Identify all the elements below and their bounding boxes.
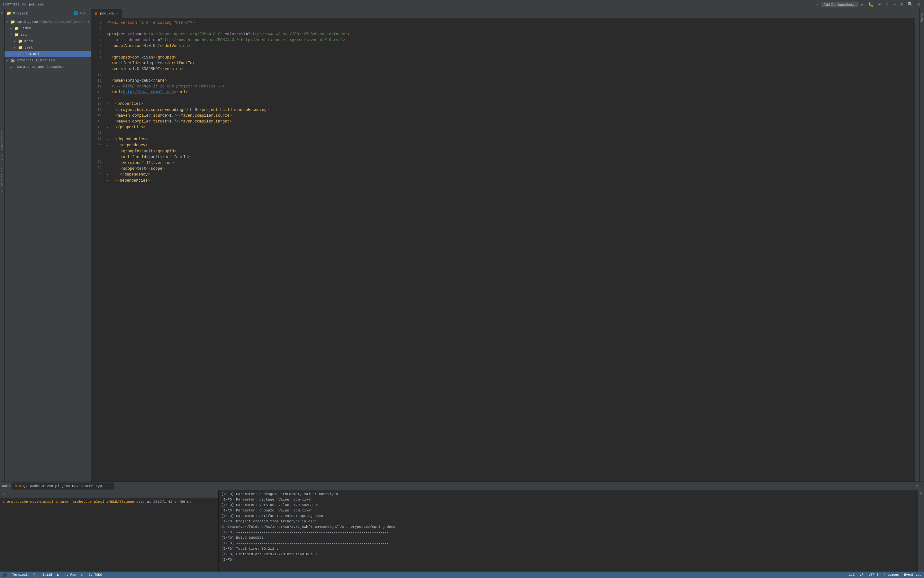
event-log-label[interactable]: Event Log xyxy=(904,573,921,577)
code-line-16: <project.build.sourceEncoding>UTF-8</pro… xyxy=(107,107,913,113)
code-line-3: <project xmlns="http://maven.apache.org/… xyxy=(107,31,913,37)
sidebar-icons: P xyxy=(0,9,5,482)
left-tab-structure[interactable]: 2: Structure xyxy=(0,165,5,195)
tree-path-springdemo: ~/go/src/example/java/springdemo xyxy=(39,20,91,24)
title-bar-left: 1437*899 mo pom.xml xyxy=(3,3,44,6)
sidebar-icon-project[interactable]: P xyxy=(0,10,5,17)
project-header: 📁 Project 🌐 ⊕ ⚙ — xyxy=(5,9,91,18)
soft-wrap-icon[interactable]: ≡ xyxy=(920,492,922,496)
code-line-12: <!-- FIXME change it to the project's we… xyxy=(107,84,913,89)
code-content[interactable]: <?xml version="1.0" encoding="UTF-8"?> <… xyxy=(104,18,915,482)
line-numbers: 12345 678910 1112131415 1617181920 21222… xyxy=(91,18,104,482)
tree-item-src[interactable]: ▼ 📁 src xyxy=(5,31,91,38)
search-everywhere-icon[interactable]: 🔍 xyxy=(906,1,914,8)
folder-icon-src: 📁 xyxy=(14,32,19,37)
tree-item-main[interactable]: ▶ 📁 main xyxy=(5,38,91,44)
code-line-27: ▾ </dependency> xyxy=(107,172,913,178)
tree-label-scratches: Scratches and Consoles xyxy=(17,65,63,69)
code-line-18: <maven.compiler.target>1.7</maven.compil… xyxy=(107,119,913,124)
tab-maven-icon: 🗎 xyxy=(94,11,98,16)
tree-label-idea: .idea xyxy=(21,26,31,30)
title-bar: 1437*899 mo pom.xml ✓ Add Configuration.… xyxy=(0,0,924,9)
editor-scrollbar[interactable] xyxy=(915,18,919,482)
settings-tree-icon[interactable]: ⚙ xyxy=(83,11,86,16)
tab-close-button[interactable]: ✕ xyxy=(117,11,119,15)
run-log-content: ⚠ org.apache.maven.plugins:maven-archety… xyxy=(0,498,218,572)
debug-icon[interactable]: 🐛 xyxy=(867,1,875,8)
folder-icon: 📁 xyxy=(6,11,11,16)
scope-icon[interactable]: ⊕ xyxy=(80,11,82,16)
indent-label[interactable]: 4 spaces xyxy=(883,573,899,577)
run-icon[interactable]: ▶ xyxy=(860,1,865,8)
bottom-minimize-icon[interactable]: — xyxy=(920,484,922,488)
code-line-23: <groupId>junit</groupId> xyxy=(107,149,913,154)
terminal-label[interactable]: Terminal xyxy=(12,573,28,577)
tree-arrow-test: ▶ xyxy=(14,46,18,50)
right-panel-icons: Maven xyxy=(919,9,924,482)
add-configuration-button[interactable]: Add Configuration... xyxy=(821,2,858,7)
code-line-20 xyxy=(107,130,913,136)
console-line-3: [INFO] Parameter: version, Value: 1.0-SN… xyxy=(221,502,915,508)
globe-icon[interactable]: 🌐 xyxy=(73,11,78,16)
run-status-label[interactable]: 4: Run xyxy=(65,573,76,577)
code-line-1: <?xml version="1.0" encoding="UTF-8"?> xyxy=(107,20,913,26)
run-restart-icon[interactable]: ↺ xyxy=(3,492,5,496)
encoding-label[interactable]: UTF-8 xyxy=(869,573,879,577)
project-tree: ▼ 📁 springdemo ~/go/src/example/java/spr… xyxy=(5,18,91,482)
terminal-icon[interactable]: ⬛ xyxy=(3,573,7,577)
build-status-icon[interactable]: 🔨 xyxy=(33,573,37,577)
tree-label-test: test xyxy=(24,45,33,50)
console-line-13: [INFO] ---------------------------------… xyxy=(221,557,915,563)
todo-label[interactable]: 6: TODO xyxy=(88,573,102,577)
todo-icon[interactable]: ☑ xyxy=(81,573,84,577)
tree-label-pomxml: pom.xml xyxy=(24,52,39,56)
maven-panel-label[interactable]: Maven xyxy=(920,11,924,22)
build-icon[interactable]: ⚒ xyxy=(892,1,897,8)
bottom-tab-close-run[interactable]: ✕ xyxy=(110,484,112,488)
coverage-icon[interactable]: ⊙ xyxy=(877,1,882,8)
console-line-5: [INFO] Parameter: artifactId, Value: spr… xyxy=(221,513,915,519)
build-label[interactable]: Build xyxy=(42,573,52,577)
left-vertical-tabs: ★ 2: Favorites 2: Structure xyxy=(0,128,5,195)
tree-item-external-libraries[interactable]: ▶ 📚 External Libraries xyxy=(5,57,91,64)
tab-pomxml[interactable]: 🗎 pom.xml ✕ xyxy=(91,9,122,18)
tree-label-main: main xyxy=(24,39,33,43)
code-editor: 12345 678910 1112131415 1617181920 21222… xyxy=(91,18,919,482)
code-line-15: ▾ <properties> xyxy=(107,101,913,107)
minimize-panel-icon[interactable]: — xyxy=(87,11,89,16)
line-ending[interactable]: LF xyxy=(860,573,864,577)
library-icon: 📚 xyxy=(10,58,15,63)
tree-item-pomxml[interactable]: 🗎 pom.xml xyxy=(5,51,91,57)
code-line-19: ▾ </properties> xyxy=(107,124,913,130)
bottom-tab-run[interactable]: 🗎 org.apache.maven.plugins:maven-archety… xyxy=(11,482,114,490)
warn-text: org.apache.maven.plugins:maven-archetype… xyxy=(7,500,145,504)
code-line-10 xyxy=(107,72,913,78)
bottom-gear-icon[interactable]: ⚙ xyxy=(916,484,919,488)
warn-suffix: at 2019/1 42 s 456 ms xyxy=(147,500,192,504)
run-panel-left: ↺ ⚠ org.apache.maven.plugins:maven-arche… xyxy=(0,490,219,572)
settings-icon[interactable]: ⚙ xyxy=(916,1,921,8)
left-tab-favorites[interactable]: ★ 2: Favorites xyxy=(0,128,5,165)
run-panel-right: [INFO] Parameter: packageInPathFormat, V… xyxy=(219,490,924,572)
warn-icon: ⚠ xyxy=(3,500,7,504)
tree-item-idea[interactable]: ▶ 📁 .idea xyxy=(5,25,91,31)
run-header: ↺ xyxy=(0,490,218,498)
status-bar-left: ⬛ Terminal 🔨 Build ▶ 4: Run ☑ 6: TODO xyxy=(3,573,102,577)
console-line-6: [INFO] Project created from Archetype in… xyxy=(221,519,915,524)
scroll-end-icon[interactable]: ↓ xyxy=(920,497,922,502)
console-line-8: [INFO] ---------------------------------… xyxy=(221,530,915,535)
console-line-12: [INFO] Finished at: 2019-12-23T01:01:40+… xyxy=(221,552,915,557)
maven-run-icon: 🗎 xyxy=(14,484,18,488)
tree-item-scratches[interactable]: ✏ Scratches and Consoles xyxy=(5,64,91,70)
console-right-bar: ≡ ↓ xyxy=(918,490,924,572)
tree-item-test[interactable]: ▶ 📁 test xyxy=(5,44,91,51)
code-line-26: <scope>test</scope> xyxy=(107,166,913,172)
title-bar-right: ✓ Add Configuration... ▶ 🐛 ⊙ ⧖ ⚒ ⊞ 🔍 ⚙ xyxy=(816,1,921,8)
run-status-icon[interactable]: ▶ xyxy=(57,573,60,577)
layout-icon[interactable]: ⊞ xyxy=(899,1,904,8)
profile-icon[interactable]: ⧖ xyxy=(884,1,890,8)
console-line-9: [INFO] BUILD SUCCESS xyxy=(221,535,915,541)
tree-item-springdemo[interactable]: ▼ 📁 springdemo ~/go/src/example/java/spr… xyxy=(5,19,91,25)
console-line-11: [INFO] Total time: 39.212 s xyxy=(221,546,915,552)
tree-label-springdemo: springdemo xyxy=(17,20,38,24)
